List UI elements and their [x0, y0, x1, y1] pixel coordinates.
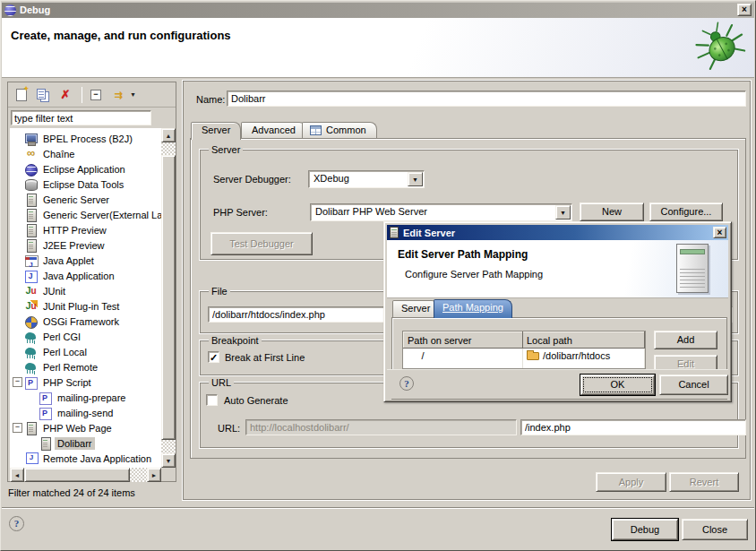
scroll-down-icon[interactable]: ▼	[161, 453, 176, 468]
tree-item-perl-cgi[interactable]: Perl CGI	[10, 329, 161, 344]
server-icon	[24, 239, 38, 252]
dialog-help-icon[interactable]: ?	[399, 376, 414, 391]
tree-item-cha-ne[interactable]: Chaîne	[10, 146, 161, 161]
server-debugger-select[interactable]: XDebug ▼	[308, 170, 425, 188]
config-type-panel: ✗ − ⇉ ▼ BPEL Process (B2J)ChaîneEclipse …	[7, 82, 176, 482]
auto-generate-label: Auto Generate	[224, 395, 288, 406]
scrollbar-thumb[interactable]	[161, 155, 176, 440]
perl-icon	[24, 361, 38, 374]
tree-item-label: BPEL Process (B2J)	[40, 133, 135, 145]
url-path-input[interactable]	[520, 419, 746, 435]
tree-item-label: Chaîne	[40, 148, 77, 160]
dialog-tab-path-mapping[interactable]: Path Mapping	[434, 299, 512, 318]
duplicate-config-icon[interactable]	[34, 86, 54, 104]
table-row[interactable]: //dolibarr/htdocs	[404, 349, 645, 364]
tree-item-label: Dolibarr	[55, 437, 95, 450]
tree-item-java-application[interactable]: Java Application	[10, 268, 161, 283]
tree-item-remote-java-application[interactable]: Remote Java Application	[10, 451, 161, 466]
tree-item-label: Java Application	[40, 270, 117, 282]
tab-server[interactable]: Server	[191, 122, 241, 140]
php-icon	[39, 407, 52, 419]
tree-vertical-scrollbar[interactable]: ▲ ▼	[161, 128, 176, 468]
tab-common[interactable]: Common	[302, 122, 377, 139]
tree-item-label: PHP Script	[40, 376, 94, 389]
filter-icon[interactable]: ⇉	[108, 86, 128, 104]
server-icon	[24, 209, 38, 221]
scroll-up-icon[interactable]: ▲	[161, 128, 176, 142]
junitpt-icon	[24, 300, 38, 313]
tree-item-dolibarr[interactable]: Dolibarr	[10, 435, 161, 451]
delete-config-icon[interactable]: ✗	[56, 86, 75, 104]
name-label: Name:	[196, 94, 225, 105]
test-debugger-button[interactable]: Test Debugger	[210, 232, 313, 255]
tree-horizontal-scrollbar[interactable]: ◄ ►	[10, 468, 161, 482]
bpel-icon	[24, 133, 38, 145]
tree-item-php-web-page[interactable]: PHP Web Page	[10, 420, 161, 435]
add-button[interactable]: Add	[654, 331, 717, 349]
new-button[interactable]: New	[580, 202, 644, 221]
tree-item-generic-server[interactable]: Generic Server	[10, 192, 161, 207]
tree-item-php-script[interactable]: PHP Script	[10, 375, 161, 390]
scroll-left-icon[interactable]: ◄	[10, 468, 24, 482]
debug-bug-icon	[692, 22, 747, 72]
cancel-button[interactable]: Cancel	[659, 375, 728, 395]
help-icon[interactable]: ?	[9, 516, 24, 531]
tree-item-junit-plug-in-test[interactable]: JUnit Plug-in Test	[10, 298, 161, 314]
folder-icon	[527, 352, 539, 360]
scrollbar-thumb[interactable]	[24, 468, 130, 482]
tree-item-http-preview[interactable]: HTTP Preview	[10, 222, 161, 237]
column-path-on-server[interactable]: Path on server	[404, 332, 523, 349]
tree-item-perl-local[interactable]: Perl Local	[10, 344, 161, 359]
chevron-down-icon[interactable]: ▼	[555, 205, 571, 220]
tree-item-eclipse-application[interactable]: Eclipse Application	[10, 161, 161, 176]
window-close-button[interactable]: ×	[737, 4, 752, 16]
dialog-tab-server-label: Server	[401, 303, 430, 314]
tree-item-perl-remote[interactable]: Perl Remote	[10, 359, 161, 375]
path-mapping-table[interactable]: Path on server Local path //dolibarr/htd…	[402, 331, 646, 369]
tree-item-osgi-framework[interactable]: OSGi Framework	[10, 314, 161, 329]
column-local-path[interactable]: Local path	[523, 332, 645, 349]
srv-icon	[39, 437, 52, 450]
auto-generate-checkbox[interactable]	[206, 394, 218, 406]
revert-button[interactable]: Revert	[669, 472, 739, 492]
name-input[interactable]	[227, 90, 746, 107]
dialog-titlebar[interactable]: Edit Server	[387, 225, 728, 240]
filter-input[interactable]	[11, 110, 151, 125]
server-debugger-label: Server Debugger:	[213, 174, 291, 185]
tree-item-label: mailing-send	[55, 407, 116, 419]
tree-item-generic-server-external-la[interactable]: Generic Server(External La	[10, 207, 161, 222]
tree-item-j2ee-preview[interactable]: J2EE Preview	[10, 237, 161, 253]
tree-item-bpel-process-b2j[interactable]: BPEL Process (B2J)	[10, 131, 161, 146]
tree-item-label: HTTP Preview	[40, 224, 109, 237]
tree-item-mailing-send[interactable]: mailing-send	[10, 405, 161, 420]
dialog-close-button[interactable]: ×	[713, 227, 726, 238]
window-titlebar[interactable]: Debug	[2, 2, 754, 18]
tab-server-label: Server	[202, 125, 230, 135]
chevron-down-icon[interactable]: ▼	[408, 172, 423, 186]
tree-item-java-applet[interactable]: Java Applet	[10, 253, 161, 268]
filter-menu-caret-icon[interactable]: ▼	[130, 86, 136, 104]
tree-item-label: JUnit Plug-in Test	[40, 300, 122, 313]
debug-button[interactable]: Debug	[612, 519, 678, 540]
server-icon	[390, 227, 399, 238]
tree-item-label: Eclipse Application	[40, 163, 128, 176]
scroll-right-icon[interactable]: ►	[147, 468, 161, 482]
dialog-tab-server[interactable]: Server	[392, 300, 439, 317]
apply-button[interactable]: Apply	[596, 472, 666, 492]
url-group-legend: URL	[209, 377, 234, 388]
tree-item-mailing-prepare[interactable]: mailing-prepare	[10, 390, 161, 405]
break-first-line-checkbox[interactable]: ✓	[208, 351, 219, 363]
collapse-all-icon[interactable]: −	[87, 86, 107, 104]
close-button[interactable]: Close	[682, 519, 748, 540]
new-config-icon[interactable]	[13, 86, 32, 104]
tree-item-label: Perl Local	[40, 346, 90, 358]
tree-item-eclipse-data-tools[interactable]: Eclipse Data Tools	[10, 176, 161, 192]
tab-advanced[interactable]: Advanced	[241, 122, 306, 139]
configure-button[interactable]: Configure...	[649, 202, 723, 221]
edit-button[interactable]: Edit	[654, 355, 717, 369]
server-tower-graphic	[676, 244, 709, 293]
tree-item-junit[interactable]: JUnit	[10, 283, 161, 298]
php-server-select[interactable]: Dolibarr PHP Web Server ▼	[310, 203, 572, 221]
sphere-icon	[24, 163, 38, 176]
ok-button[interactable]: OK	[580, 375, 655, 395]
